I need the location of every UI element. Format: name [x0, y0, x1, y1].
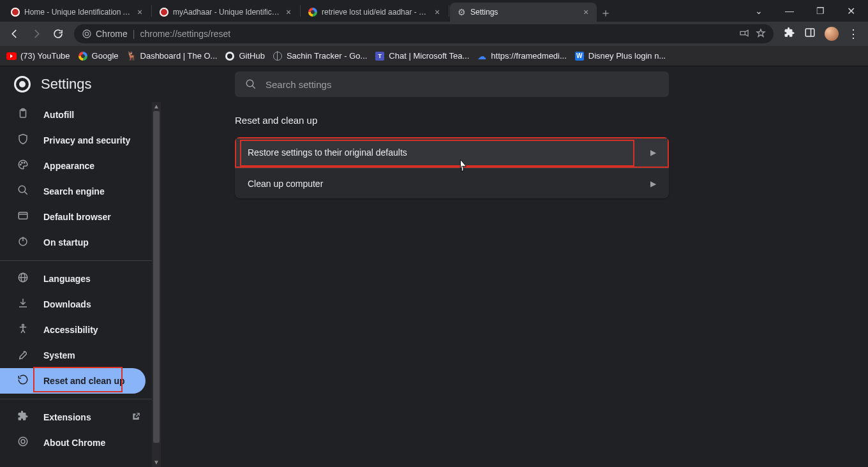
- gear-icon: ⚙: [456, 7, 467, 17]
- chrome-icon: [17, 436, 29, 450]
- wrench-icon: [17, 348, 29, 362]
- browser-tab-4[interactable]: ⚙ Settings ×: [450, 3, 597, 22]
- profile-avatar[interactable]: [825, 27, 839, 41]
- settings-title-wrap: Settings: [0, 76, 161, 93]
- sidebar-item-autofill[interactable]: Autofill: [0, 102, 152, 128]
- close-tab-icon[interactable]: ×: [284, 8, 293, 17]
- forward-button[interactable]: [27, 24, 46, 43]
- address-bar[interactable]: Chrome | chrome://settings/reset: [74, 24, 774, 43]
- svg-point-11: [19, 186, 26, 193]
- sidebar-label: Languages: [43, 274, 91, 284]
- sidebar-label: Accessibility: [43, 325, 98, 335]
- svg-line-12: [24, 191, 27, 195]
- sidebar-scrollbar[interactable]: ▲ ▼: [152, 102, 161, 467]
- sidebar-item-search-engine[interactable]: Search engine: [0, 179, 152, 204]
- sidebar-item-default-browser[interactable]: Default browser: [0, 204, 152, 230]
- bookmark-framedmedi[interactable]: ☁https://framedmedi...: [477, 51, 567, 61]
- settings-main-panel: Reset and clean up Restore settings to t…: [161, 102, 868, 467]
- sidebar-item-about[interactable]: About Chrome: [0, 430, 152, 456]
- reload-button[interactable]: [49, 24, 68, 43]
- minimize-button[interactable]: —: [781, 6, 798, 16]
- bookmark-label: Sachin Tracker - Go...: [287, 51, 367, 61]
- settings-header: Settings Search settings: [0, 66, 868, 102]
- site-chip-label: Chrome: [96, 29, 128, 39]
- sidebar-label: System: [43, 350, 75, 360]
- close-tab-icon[interactable]: ×: [135, 8, 144, 17]
- svg-rect-13: [19, 212, 27, 219]
- google-icon: [78, 51, 88, 61]
- separator: |: [133, 29, 135, 39]
- scroll-down-button[interactable]: ▼: [152, 458, 161, 467]
- bookmark-sachin[interactable]: Sachin Tracker - Go...: [273, 51, 367, 61]
- download-icon: [17, 297, 29, 311]
- bookmark-teams[interactable]: TChat | Microsoft Tea...: [375, 51, 469, 61]
- power-icon: [17, 235, 29, 249]
- cloud-icon: ☁: [477, 51, 487, 61]
- youtube-icon: [6, 51, 17, 61]
- bookmark-dashboard[interactable]: 🦌Dashboard | The O...: [126, 51, 218, 61]
- svg-point-10: [24, 162, 26, 163]
- svg-point-22: [21, 440, 25, 443]
- sidebar-item-languages[interactable]: Languages: [0, 266, 152, 292]
- scroll-up-button[interactable]: ▲: [152, 102, 161, 111]
- tab-title: retrieve lost uid/eid aadhar - Goo: [322, 8, 429, 17]
- window-title-bar: Home - Unique Identification Aut × myAad…: [0, 0, 868, 22]
- side-panel-icon[interactable]: [804, 27, 816, 41]
- browser-tab-3[interactable]: retrieve lost uid/eid aadhar - Goo ×: [301, 3, 448, 22]
- close-window-button[interactable]: ✕: [842, 5, 859, 17]
- sidebar-item-reset[interactable]: Reset and clean up: [0, 368, 146, 394]
- search-icon: [245, 78, 257, 90]
- row-restore-defaults[interactable]: Restore settings to their original defau…: [235, 137, 669, 168]
- sidebar-item-extensions[interactable]: Extensions: [0, 404, 152, 430]
- bookmark-google[interactable]: Google: [78, 51, 119, 61]
- browser-tab-1[interactable]: Home - Unique Identification Aut ×: [4, 3, 151, 22]
- toolbar-right: ⋮: [780, 27, 863, 41]
- accessibility-icon: [17, 323, 29, 337]
- sidebar-item-privacy[interactable]: Privacy and security: [0, 128, 152, 153]
- new-tab-button[interactable]: ＋: [597, 4, 615, 22]
- close-tab-icon[interactable]: ×: [433, 8, 442, 17]
- bookmark-disney[interactable]: WDisney Plus login n...: [574, 51, 666, 61]
- back-button[interactable]: [5, 24, 24, 43]
- sidebar-item-on-startup[interactable]: On startup: [0, 230, 152, 255]
- bookmark-youtube[interactable]: (73) YouTube: [6, 51, 70, 61]
- share-icon[interactable]: [739, 28, 749, 40]
- reset-card: Restore settings to their original defau…: [235, 137, 669, 198]
- sidebar-label: Extensions: [43, 412, 91, 422]
- sidebar-divider: [0, 399, 152, 399]
- row-label: Clean up computer: [248, 179, 323, 189]
- sidebar-label: Downloads: [43, 299, 91, 309]
- settings-sidebar: Autofill Privacy and security Appearance…: [0, 102, 161, 467]
- sidebar-label: Default browser: [43, 212, 111, 222]
- sidebar-label: Reset and clean up: [43, 376, 125, 386]
- extensions-icon[interactable]: [784, 27, 795, 41]
- sidebar-item-appearance[interactable]: Appearance: [0, 153, 152, 179]
- svg-point-21: [19, 437, 27, 446]
- bookmark-github[interactable]: GitHub: [225, 51, 264, 61]
- window-controls: ⌄ — ❐ ✕: [751, 0, 863, 22]
- svg-point-20: [22, 324, 24, 326]
- chevron-right-icon: ▶: [650, 148, 656, 157]
- sidebar-label: Autofill: [43, 110, 74, 120]
- tab-title: myAadhaar - Unique Identificatio: [173, 8, 280, 17]
- chrome-logo-icon: [14, 76, 31, 93]
- row-clean-up-computer[interactable]: Clean up computer ▶: [235, 168, 669, 198]
- tab-separator: [151, 5, 152, 17]
- chevron-down-icon[interactable]: ⌄: [751, 6, 767, 16]
- settings-search-input[interactable]: Search settings: [235, 71, 669, 97]
- search-icon: [17, 184, 29, 198]
- browser-tab-2[interactable]: myAadhaar - Unique Identificatio ×: [153, 3, 299, 22]
- kebab-menu-icon[interactable]: ⋮: [848, 27, 859, 41]
- sidebar-label: Search engine: [43, 186, 105, 196]
- tab-title: Settings: [470, 8, 578, 17]
- chevron-right-icon: ▶: [650, 179, 656, 188]
- tab-strip: Home - Unique Identification Aut × myAad…: [4, 0, 615, 22]
- sidebar-item-system[interactable]: System: [0, 343, 152, 368]
- close-tab-icon[interactable]: ×: [581, 8, 590, 17]
- sidebar-item-downloads[interactable]: Downloads: [0, 292, 152, 317]
- maximize-button[interactable]: ❐: [812, 6, 828, 16]
- svg-point-0: [83, 30, 91, 38]
- sidebar-item-accessibility[interactable]: Accessibility: [0, 317, 152, 343]
- scroll-thumb[interactable]: [153, 111, 160, 443]
- bookmark-star-icon[interactable]: [756, 28, 766, 40]
